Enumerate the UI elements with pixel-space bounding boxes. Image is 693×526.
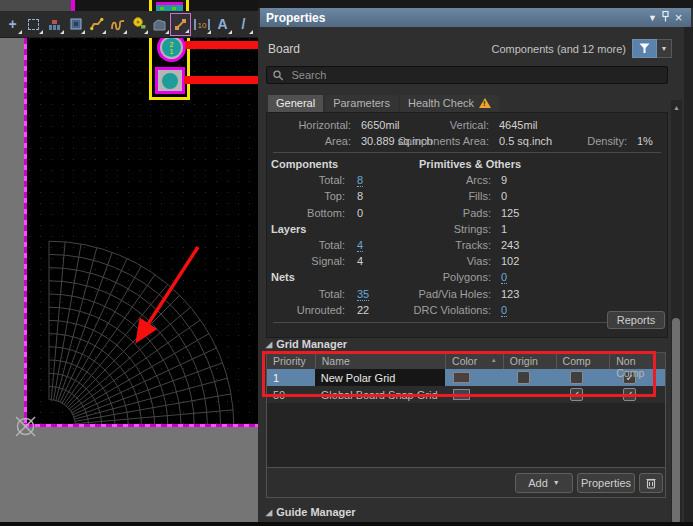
grid-manager-group: Priority Name Color▲ Origin Comp Non Com… — [266, 352, 666, 498]
comp-checkbox[interactable] — [570, 371, 583, 384]
board-outline-left — [24, 0, 27, 427]
component-pad-square[interactable] — [155, 67, 185, 94]
component-sliver — [156, 2, 183, 11]
divider — [273, 322, 661, 323]
components-section-header: Components — [271, 158, 338, 170]
primitives-section-header: Primitives & Others — [419, 158, 521, 170]
funnel-icon — [639, 43, 650, 54]
panel-right-strip — [684, 27, 693, 526]
tab-parameters[interactable]: Parameters — [325, 95, 398, 112]
general-tab-content: Horizontal: 6650mil Vertical: 4645mil Ar… — [266, 112, 668, 338]
panel-header[interactable]: Properties ▼ × — [260, 8, 691, 27]
canvas-top-strip — [0, 0, 258, 11]
interactive-routing-icon[interactable] — [86, 13, 107, 36]
grid-manager-header[interactable]: ◢Grid Manager — [266, 338, 347, 350]
guide-manager-header[interactable]: ◢Guide Manager — [266, 506, 356, 518]
filter-scope-label: Components (and 12 more) — [491, 43, 626, 55]
density-label: Density: — [525, 135, 627, 147]
column-color[interactable]: Color▲ — [445, 353, 503, 369]
place-component-icon[interactable] — [65, 13, 86, 36]
place-dimension-icon[interactable]: 10 — [191, 13, 212, 36]
origin-checkbox[interactable] — [517, 371, 530, 384]
comp-checkbox[interactable]: ✓ — [570, 388, 583, 401]
grid-row-global-board-snap-grid[interactable]: 50 Global Board Snap Grid ✓ ✓ — [267, 386, 665, 403]
polygons-link[interactable]: 0 — [501, 271, 507, 284]
density-value: 1% — [637, 135, 653, 147]
bottom-strip — [0, 522, 693, 526]
polygon-pour-icon[interactable] — [149, 13, 170, 36]
tune-meander-icon[interactable] — [107, 13, 128, 36]
name-cell[interactable]: Global Board Snap Grid — [315, 386, 445, 403]
priority-cell: 50 — [267, 386, 315, 403]
area-label: Area: — [267, 135, 351, 147]
object-type-label: Board — [268, 42, 300, 56]
place-string-icon[interactable]: A — [212, 13, 233, 36]
components-total-link[interactable]: 8 — [357, 174, 363, 187]
column-name[interactable]: Name — [315, 353, 445, 369]
annotation-red-bar-top — [185, 41, 258, 49]
top-strip-gray — [0, 0, 71, 11]
name-cell[interactable]: New Polar Grid — [315, 369, 445, 386]
add-button[interactable]: Add▼ — [515, 473, 573, 493]
pad-label: 1 — [170, 48, 174, 55]
layers-section-header: Layers — [271, 223, 306, 235]
panel-top-strip — [258, 0, 693, 8]
altium-pcb-window: 2 1 + — [0, 0, 693, 526]
panel-title: Properties — [266, 11, 646, 25]
grid-row-new-polar-grid[interactable]: 1 New Polar Grid ✓ — [267, 369, 665, 386]
tab-health-check[interactable]: Health Check — [400, 95, 499, 112]
place-via-icon[interactable] — [128, 13, 149, 36]
search-input[interactable] — [290, 68, 661, 82]
grid-buttons-row: Add▼ Properties — [267, 467, 665, 497]
annotation-red-arrow — [110, 235, 220, 350]
board-outline-sliver — [71, 0, 75, 11]
layers-total-link[interactable]: 4 — [357, 239, 363, 252]
pad-stack-icon[interactable] — [44, 13, 65, 36]
pcb-toolbar: + 10 A / — [0, 11, 258, 38]
delete-button[interactable] — [639, 473, 663, 493]
panel-scrollbar[interactable]: ▲ — [671, 100, 682, 526]
tab-bar: General Parameters Health Check — [268, 95, 499, 112]
warning-icon — [479, 98, 491, 108]
annotation-red-bar-bottom — [184, 76, 258, 84]
expand-triangle-icon: ◢ — [266, 340, 272, 349]
color-swatch[interactable] — [453, 389, 470, 400]
search-icon — [273, 70, 284, 81]
color-swatch[interactable] — [453, 372, 470, 383]
board-outline-bottom — [24, 424, 258, 427]
nets-total-link[interactable]: 35 — [357, 288, 369, 301]
search-box[interactable] — [266, 66, 668, 84]
highlight-sliver — [149, 0, 152, 11]
components-area-label: Components Area: — [367, 135, 489, 147]
expand-triangle-icon: ◢ — [266, 508, 272, 517]
column-non-comp[interactable]: Non Comp — [609, 353, 665, 369]
horizontal-label: Horizontal: — [267, 119, 351, 131]
filter-dropdown-button[interactable]: ▼ — [657, 39, 672, 58]
divider — [273, 152, 661, 153]
select-area-icon[interactable] — [23, 13, 44, 36]
highlight-sliver — [186, 0, 189, 11]
pad-label: 2 — [170, 41, 174, 48]
pin-icon[interactable] — [659, 11, 672, 24]
chevron-down-icon[interactable]: ▼ — [646, 13, 659, 23]
sort-asc-icon: ▲ — [491, 357, 497, 363]
drc-violations-link[interactable]: 0 — [501, 304, 507, 317]
trash-icon — [646, 477, 656, 489]
column-origin[interactable]: Origin — [503, 353, 556, 369]
place-track-icon[interactable]: / — [233, 13, 254, 36]
priority-cell: 1 — [267, 369, 315, 386]
properties-button[interactable]: Properties — [577, 473, 635, 493]
non-comp-checkbox[interactable]: ✓ — [623, 388, 636, 401]
column-comp[interactable]: Comp — [556, 353, 610, 369]
scrollbar-thumb[interactable] — [672, 318, 680, 524]
move-cross-icon[interactable]: + — [2, 13, 23, 36]
scroll-up-icon[interactable]: ▲ — [671, 104, 682, 111]
column-priority[interactable]: Priority — [267, 353, 315, 369]
reports-button[interactable]: Reports — [607, 311, 665, 329]
pcb-editor-canvas[interactable] — [24, 0, 258, 425]
chevron-down-icon: ▼ — [553, 479, 560, 486]
place-line-icon[interactable] — [170, 13, 191, 36]
close-icon[interactable]: × — [672, 13, 685, 22]
filter-button[interactable] — [632, 39, 657, 58]
tab-general[interactable]: General — [268, 95, 323, 112]
